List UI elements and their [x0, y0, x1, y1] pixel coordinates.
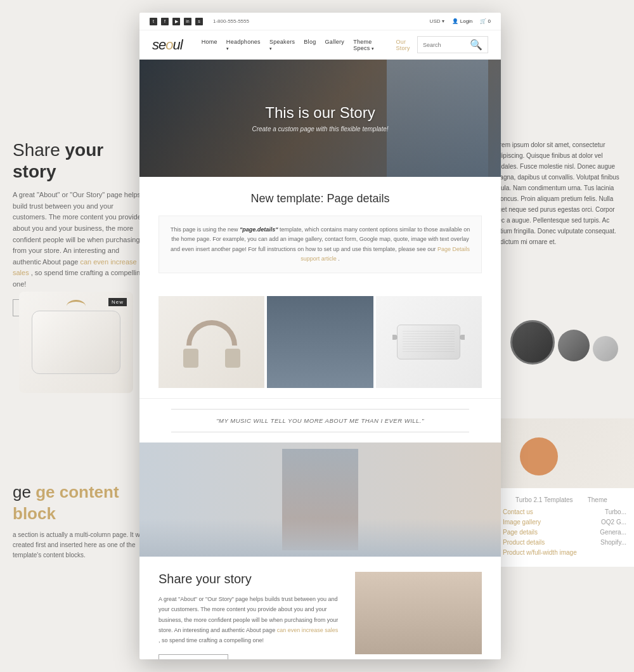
share-story-link[interactable]: can even increase sales [277, 627, 339, 633]
hero-section: This is our Story Create a custom page w… [139, 60, 501, 177]
turbo-link-product-fullwidth[interactable]: Product w/full-width image [503, 549, 577, 556]
turbo-item-1[interactable]: Contact us Turbo... [503, 508, 626, 515]
bg-right-content: lorem ipsum dolor sit amet, consectetur … [495, 139, 621, 247]
new-badge: New [108, 298, 127, 306]
social-icons-group: t f ▶ in s [150, 18, 203, 25]
bg-share-heading: Share your story [13, 139, 146, 182]
store-logo[interactable]: seoul [152, 37, 183, 53]
currency-selector[interactable]: USD ▾ [430, 18, 444, 24]
share-story-title: Share your story [158, 572, 340, 586]
search-box[interactable]: 🔍 [417, 36, 488, 53]
turbo-link-page-details[interactable]: Page details [503, 529, 538, 536]
search-icon[interactable]: 🔍 [470, 39, 482, 51]
bg-bottom-left-block: ge ge content block a section is actuall… [13, 482, 152, 560]
nav-gallery[interactable]: Gallery [325, 39, 345, 51]
page-details-section: New template: Page details This page is … [139, 177, 501, 286]
share-story-left: Share your story A great "About" or "Our… [158, 572, 340, 659]
story-image-section [139, 443, 501, 557]
headphone-cup-left [183, 349, 198, 368]
speaker-port-right [460, 335, 465, 340]
product-gallery [139, 286, 501, 398]
nav-speakers[interactable]: Speakers [269, 39, 295, 51]
quote-divider-bottom [171, 432, 469, 432]
gallery-item-man[interactable] [267, 296, 373, 388]
store-top-bar: t f ▶ in s 1-800-555-5555 USD ▾ 👤 Login … [139, 13, 501, 30]
man-silhouette [267, 296, 373, 388]
cart-button[interactable]: 🛒 0 [480, 18, 491, 24]
turbo-item-3[interactable]: Page details Genera... [503, 529, 626, 536]
nav-home[interactable]: Home [202, 39, 217, 51]
search-input[interactable] [423, 42, 467, 48]
nav-theme-specs[interactable]: Theme Specs [353, 39, 387, 51]
turbo-theme-label: Theme [588, 496, 607, 503]
turbo-link-product-details[interactable]: Product details [503, 539, 545, 546]
nav-links: Home Headphones Speakers Blog Gallery Th… [202, 39, 417, 51]
headphone-cup-right [225, 349, 240, 368]
hero-content: This is our Story Create a custom page w… [252, 104, 388, 132]
nav-our-story[interactable]: Our Story [396, 39, 417, 51]
gallery-item-speaker[interactable] [376, 296, 482, 388]
headphone-shape [183, 317, 240, 368]
share-story-text: A great "About" or "Our Story" page help… [158, 594, 340, 645]
turbo-theme-image-gallery: OQ2 G... [601, 519, 626, 526]
speaker-port-left [392, 335, 398, 340]
woman-figure [355, 572, 482, 654]
share-story-section: Share your story A great "About" or "Our… [139, 557, 501, 659]
facebook-icon[interactable]: f [161, 18, 169, 25]
hp-product-small [558, 330, 590, 361]
bg-speaker-product: New [19, 292, 158, 418]
share-story-right-image [355, 572, 482, 654]
bg-lorem-text: lorem ipsum dolor sit amet, consectetur … [495, 139, 621, 247]
bg-content-block-heading: ge ge content block [13, 482, 152, 525]
quote-section: "MY MUSIC WILL TELL YOU MORE ABOUT ME TH… [139, 398, 501, 443]
hp-product-large [510, 320, 555, 365]
page-details-title: New template: Page details [158, 192, 482, 205]
speaker-rect [397, 325, 460, 359]
bg-orange-circle [520, 437, 558, 475]
browser-window: t f ▶ in s 1-800-555-5555 USD ▾ 👤 Login … [139, 13, 501, 659]
person-icon: 👤 [452, 18, 458, 24]
bg-left-content: Share your story A great "About" or "Our… [13, 139, 146, 316]
story-image-fade [139, 519, 501, 557]
twitter-icon[interactable]: t [150, 18, 157, 25]
login-button[interactable]: 👤 Login [452, 18, 473, 24]
headphone-arc [186, 320, 237, 346]
top-bar-right: USD ▾ 👤 Login 🛒 0 [430, 18, 491, 24]
turbo-theme-contact: Turbo... [605, 508, 626, 515]
turbo-item-5[interactable]: Product w/full-width image [503, 549, 626, 556]
turbo-templates-panel: Turbo 2.1 Templates Theme Contact us Tur… [495, 488, 634, 567]
instagram-icon[interactable]: in [184, 18, 191, 25]
turbo-link-contact[interactable]: Contact us [503, 508, 533, 515]
store-nav: seoul Home Headphones Speakers Blog Gall… [139, 30, 501, 60]
phone-number: 1-800-555-5555 [213, 18, 249, 24]
template-name-em: "page.details" [240, 226, 278, 233]
page-details-text: This page is using the new "page.details… [158, 216, 482, 273]
turbo-theme-product-details: Shopify... [600, 539, 626, 546]
speaker-grille [403, 330, 455, 354]
turbo-item-4[interactable]: Product details Shopify... [503, 539, 626, 546]
nav-blog[interactable]: Blog [304, 39, 316, 51]
youtube-icon[interactable]: ▶ [172, 18, 180, 25]
quote-text: "MY MUSIC WILL TELL YOU MORE ABOUT ME TH… [171, 417, 469, 424]
turbo-link-image-gallery[interactable]: Image gallery [503, 519, 541, 526]
gallery-item-headphone[interactable] [158, 296, 264, 388]
bg-share-paragraph: A great "About" or "Our Story" page help… [13, 190, 146, 290]
hero-bg-figure [387, 60, 488, 177]
turbo-item-2[interactable]: Image gallery OQ2 G... [503, 519, 626, 526]
bg-headphone-products [495, 273, 634, 412]
share-read-blog-button[interactable]: READ OUR BLOG [158, 654, 228, 659]
hp-product-earbud [593, 336, 618, 361]
speaker-body [32, 311, 120, 374]
nav-headphones[interactable]: Headphones [226, 39, 261, 51]
quote-divider-top [171, 409, 469, 410]
bg-content-block-text: a section is actually a multi-column pag… [13, 530, 152, 560]
turbo-panel-title: Turbo 2.1 Templates Theme [503, 496, 626, 503]
hero-subtitle: Create a custom page with this flexible … [252, 126, 388, 132]
snapchat-icon[interactable]: s [195, 18, 203, 25]
hero-title: This is our Story [252, 104, 388, 122]
bg-speaker-image: New [19, 292, 133, 393]
speaker-handle [67, 300, 86, 313]
turbo-theme-page-details: Genera... [600, 529, 626, 536]
